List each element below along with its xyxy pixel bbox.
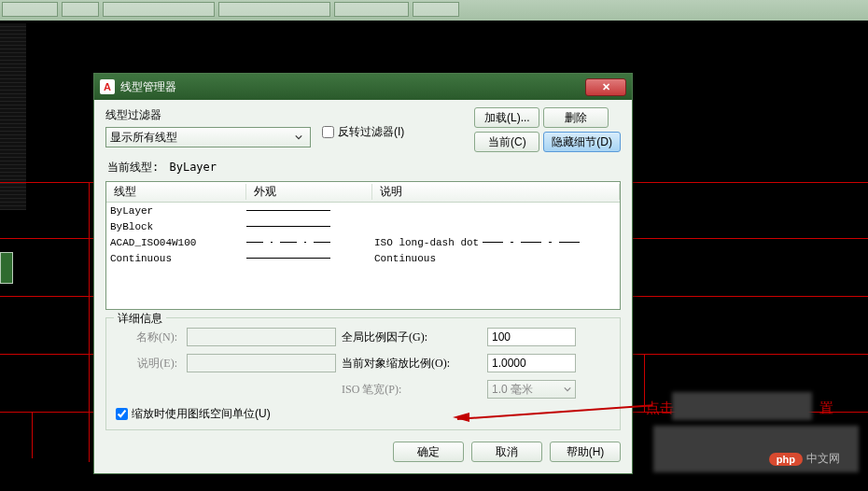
row-swatch xyxy=(246,210,372,211)
row-name: ByBlock xyxy=(106,221,246,232)
use-paper-units-input[interactable] xyxy=(116,408,128,420)
details-legend: 详细信息 xyxy=(114,311,166,327)
row-desc: Continuous xyxy=(372,253,620,264)
object-scale-label: 当前对象缩放比例(O): xyxy=(342,356,482,372)
object-scale-input[interactable] xyxy=(487,354,576,372)
row-swatch xyxy=(246,226,372,227)
row-swatch xyxy=(246,258,372,259)
invert-filter-checkbox[interactable]: 反转过滤器(I) xyxy=(322,124,404,140)
iso-pen-label: ISO 笔宽(P): xyxy=(342,382,482,398)
linetype-list[interactable]: 线型 外观 说明 ByLayerByBlockACAD_ISO04W100ISO… xyxy=(105,181,621,310)
col-name[interactable]: 线型 xyxy=(106,184,246,200)
invert-filter-label: 反转过滤器(I) xyxy=(338,124,404,140)
annotation-text: 点击 xyxy=(646,400,674,417)
chevron-down-icon xyxy=(564,386,571,393)
name-field-label: 名称(N): xyxy=(116,330,181,345)
set-current-button[interactable]: 当前(C) xyxy=(474,132,539,152)
filter-label: 线型过滤器 xyxy=(105,107,311,123)
iso-pen-combo: 1.0 毫米 xyxy=(487,380,576,399)
hide-details-button[interactable]: 隐藏细节(D) xyxy=(543,132,621,152)
annotation-arrow-head xyxy=(453,413,469,422)
delete-button[interactable]: 删除 xyxy=(543,107,609,128)
list-header: 线型 外观 说明 xyxy=(106,182,620,203)
close-icon: ✕ xyxy=(602,81,610,93)
invert-filter-input[interactable] xyxy=(322,126,334,138)
iso-pen-value: 1.0 毫米 xyxy=(492,382,533,398)
current-linetype-label: 当前线型: xyxy=(107,161,159,174)
close-button[interactable]: ✕ xyxy=(585,78,626,96)
name-field[interactable] xyxy=(187,328,336,346)
table-row[interactable]: ContinuousContinuous xyxy=(106,250,620,266)
desc-field-label: 说明(E): xyxy=(116,356,181,372)
watermark-brand: php xyxy=(769,453,803,466)
watermark-cn: 中文网 xyxy=(806,451,840,467)
use-paper-units-label: 缩放时使用图纸空间单位(U) xyxy=(132,406,271,422)
load-button[interactable]: 加载(L)... xyxy=(474,107,539,128)
row-swatch xyxy=(246,242,372,243)
watermark: php 中文网 xyxy=(769,451,840,467)
current-linetype-row: 当前线型: ByLayer xyxy=(105,152,621,181)
col-description[interactable]: 说明 xyxy=(372,184,620,200)
table-row[interactable]: ByBlock xyxy=(106,218,620,234)
desc-field[interactable] xyxy=(187,354,336,372)
row-name: ByLayer xyxy=(106,205,246,217)
col-appearance[interactable]: 外观 xyxy=(246,184,372,200)
top-toolbar-strip xyxy=(0,0,868,21)
dialog-title: 线型管理器 xyxy=(120,79,585,95)
linetype-manager-dialog: A 线型管理器 ✕ 线型过滤器 显示所有线型 反转过滤器(I) 加载(L)... xyxy=(93,73,633,474)
blurred-region xyxy=(672,392,812,420)
global-scale-label: 全局比例因子(G): xyxy=(342,330,482,345)
filter-selected: 显示所有线型 xyxy=(110,130,177,146)
table-row[interactable]: ACAD_ISO04W100ISO long-dash dot xyxy=(106,234,620,250)
cancel-button[interactable]: 取消 xyxy=(471,442,542,462)
current-linetype-value: ByLayer xyxy=(169,161,217,174)
app-icon: A xyxy=(100,79,115,94)
ok-button[interactable]: 确定 xyxy=(393,442,464,462)
filter-combo[interactable]: 显示所有线型 xyxy=(105,127,311,147)
chevron-down-icon xyxy=(291,130,306,145)
row-name: Continuous xyxy=(106,253,246,264)
annotation-text-2: 置 xyxy=(819,400,833,417)
row-name: ACAD_ISO04W100 xyxy=(106,237,246,248)
global-scale-input[interactable] xyxy=(487,328,576,346)
row-desc: ISO long-dash dot xyxy=(372,237,620,248)
help-button[interactable]: 帮助(H) xyxy=(550,442,621,462)
table-row[interactable]: ByLayer xyxy=(106,203,620,218)
dialog-titlebar[interactable]: A 线型管理器 ✕ xyxy=(94,74,632,100)
